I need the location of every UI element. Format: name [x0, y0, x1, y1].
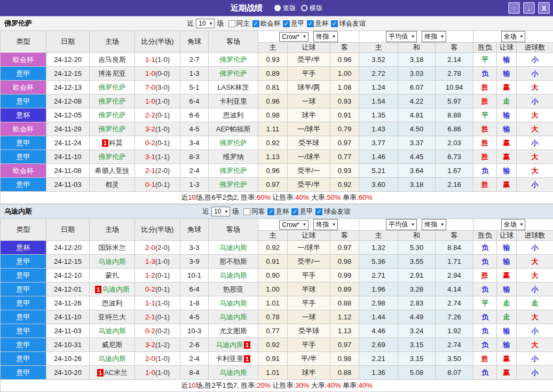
team-link[interactable]: 佛罗伦萨: [98, 153, 126, 161]
result-handicap-cell: 走: [497, 95, 517, 108]
team-link[interactable]: 恩波利: [223, 111, 244, 119]
match-count-select[interactable]: 10 ▾: [196, 19, 215, 28]
team-link[interactable]: 维罗纳: [223, 153, 244, 161]
move-down-button[interactable]: ↓: [523, 2, 535, 14]
titlebar-buttons: ↑ ↓ X: [508, 2, 550, 14]
result-wdl-cell: 负: [473, 324, 497, 338]
team-link[interactable]: 乌迪内斯: [98, 355, 126, 363]
league-filter-checkbox[interactable]: ✓意甲: [291, 207, 313, 216]
team-link[interactable]: 佛罗伦萨: [98, 125, 126, 133]
team-link[interactable]: 亚特兰大: [98, 313, 126, 321]
corner-cell: 2-4: [180, 352, 209, 366]
near-label: 近: [203, 207, 210, 216]
summary-text-segment: 60%: [359, 193, 373, 201]
games-label: 场: [217, 19, 224, 28]
avg-draw-cell: 3.15: [398, 352, 436, 366]
team-link[interactable]: 博洛尼亚: [98, 69, 126, 77]
team-link[interactable]: 佛罗伦萨: [219, 56, 247, 64]
odds-source-select[interactable]: Crow*▾: [279, 220, 308, 230]
avg-source-select[interactable]: 平均值▾: [386, 219, 417, 230]
match-row: 欧会杯 24-12-20 吉马良斯 1-1(1-0) 2-7 佛罗伦萨 0.93…: [1, 53, 553, 67]
corner-cell: 4-5: [180, 310, 209, 324]
odds-stage-select[interactable]: 终指▾: [313, 31, 338, 42]
team-link[interactable]: 科莫: [109, 139, 123, 147]
team-link[interactable]: 乌迪内斯: [98, 327, 126, 335]
avg-draw-cell: 3.03: [398, 67, 436, 81]
checkbox-unchecked-icon: [228, 20, 235, 27]
close-button[interactable]: X: [538, 2, 550, 14]
team-link[interactable]: 佛罗伦萨: [98, 111, 126, 119]
corner-cell: 1-3: [180, 178, 209, 192]
layout-radio-vertical[interactable]: 竖版: [274, 4, 296, 13]
result-wdl-cell: 胜: [473, 352, 497, 366]
team-link[interactable]: 恩波利: [102, 299, 123, 307]
odds-stage-select[interactable]: 终指▾: [313, 219, 338, 230]
odds-home-cell: 0.93: [258, 53, 288, 67]
match-row: 意甲 24-11-03 乌迪内斯 0-2(0-2) 10-3 尤文图斯 0.77…: [1, 324, 553, 338]
odds-home-cell: 0.81: [258, 81, 288, 95]
odds-source-select[interactable]: Crow*▾: [279, 32, 308, 42]
away-team-cell: 佛罗伦萨: [209, 67, 258, 81]
handicap-cell: 受平/半: [288, 53, 330, 67]
league-filter-checkbox[interactable]: ✓意杯: [267, 207, 289, 216]
team-link[interactable]: 希腊人竞技: [95, 167, 130, 175]
team-link[interactable]: 吉马良斯: [98, 56, 126, 64]
team-link[interactable]: 热那亚: [223, 285, 244, 293]
result-wdl-cell: 负: [473, 310, 497, 324]
team-link[interactable]: 佛罗伦萨: [98, 83, 126, 91]
away-team-cell: 乌迪内斯: [209, 296, 258, 310]
team-link[interactable]: 乌迪内斯: [219, 244, 247, 252]
league-filter-checkbox[interactable]: ✓球会友谊: [331, 19, 366, 28]
team-link[interactable]: 佛罗伦萨: [219, 181, 247, 189]
league-filter-checkbox[interactable]: ✓意甲: [283, 19, 304, 28]
odds-home-cell: 0.91: [258, 352, 288, 366]
team-link[interactable]: 威尼斯: [102, 341, 123, 349]
avg-source-select[interactable]: 平均值▾: [386, 31, 417, 42]
team-link[interactable]: 乌迪内斯: [219, 271, 247, 279]
league-filter-checkbox[interactable]: ✓球会友谊: [315, 207, 350, 216]
avg-stage-select[interactable]: 终指▾: [422, 31, 446, 42]
team-link[interactable]: 卡利亚里: [219, 97, 247, 105]
league-filter-checkbox[interactable]: ✓欧会杯: [252, 19, 281, 28]
team-link[interactable]: 尤文图斯: [219, 327, 247, 335]
checkbox-checked-icon: ✓: [283, 20, 290, 27]
team-link[interactable]: 都灵: [105, 181, 119, 189]
league-filter-checkbox[interactable]: 同客: [243, 207, 265, 216]
away-team-cell: 维罗纳: [209, 150, 258, 164]
team-link[interactable]: 乌迪内斯: [98, 257, 126, 265]
scope-select[interactable]: 全场▾: [501, 31, 526, 42]
match-row: 意甲 24-12-15 博洛尼亚 1-0(0-0) 1-3 佛罗伦萨 0.89 …: [1, 67, 553, 81]
avg-stage-select[interactable]: 终指▾: [422, 219, 446, 230]
score-cell: 7-0(3-0): [135, 81, 180, 95]
team-link[interactable]: 佛罗伦萨: [219, 69, 247, 77]
avg-draw-cell: 6.07: [398, 81, 436, 95]
team-link[interactable]: AC米兰: [104, 369, 128, 377]
match-count-select[interactable]: 10 ▾: [211, 207, 230, 216]
result-handicap-cell: 走: [497, 310, 517, 324]
score-cell: 1-1(1-0): [135, 296, 180, 310]
team-link[interactable]: 佛罗伦萨: [98, 97, 126, 105]
move-up-button[interactable]: ↑: [508, 2, 520, 14]
home-team-cell: 佛罗伦萨: [90, 81, 135, 95]
odds-home-cell: 0.98: [258, 108, 288, 122]
team-link[interactable]: AEP帕福斯: [216, 125, 250, 133]
scope-select[interactable]: 全场▾: [501, 219, 526, 230]
team-link[interactable]: 佛罗伦萨: [219, 167, 247, 175]
team-link[interactable]: 乌迪内斯: [102, 285, 130, 293]
layout-radio-horizontal[interactable]: 横版: [301, 4, 322, 13]
team-link[interactable]: 佛罗伦萨: [219, 139, 247, 147]
team-link[interactable]: 那不勒斯: [219, 257, 247, 265]
avg-away-cell: 8.84: [436, 241, 473, 255]
team-link[interactable]: 蒙扎: [105, 271, 119, 279]
team-link[interactable]: 乌迪内斯: [219, 369, 247, 377]
team-link[interactable]: 乌迪内斯: [219, 299, 247, 307]
team-link[interactable]: 国际米兰: [98, 244, 126, 252]
league-filter-checkbox[interactable]: ✓意杯: [307, 19, 328, 28]
team-link[interactable]: LASK林茨: [217, 83, 249, 91]
team-link[interactable]: 卡利亚里: [216, 355, 243, 363]
scope-group-header: 全场▾: [473, 219, 553, 231]
team-link[interactable]: 乌迪内斯: [219, 313, 247, 321]
result-wdl-cell: 胜: [473, 269, 497, 283]
league-filter-checkbox[interactable]: 同主: [228, 19, 250, 28]
team-link[interactable]: 乌迪内斯: [216, 341, 243, 349]
